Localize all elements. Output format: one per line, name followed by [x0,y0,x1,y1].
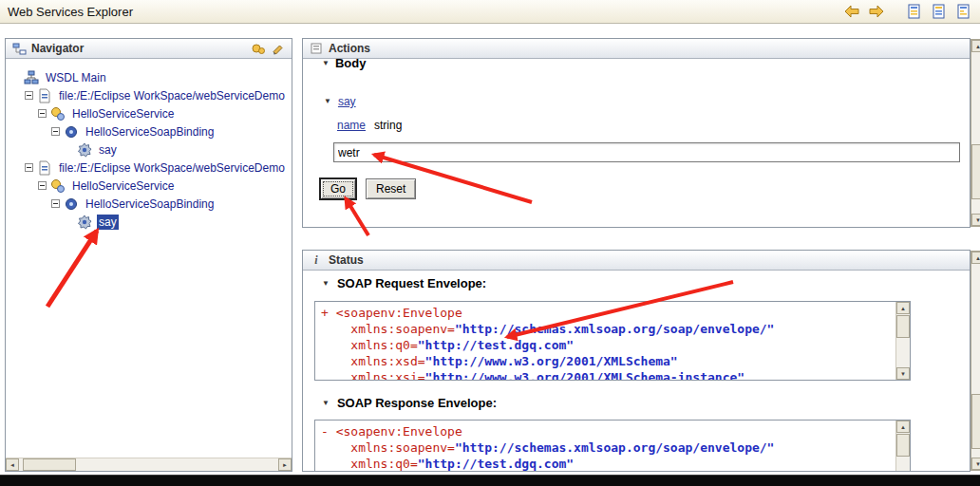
xml-line: xmlns:soapenv="http://schemas.xmlsoap.or… [321,439,895,456]
status-header: i Status [303,251,970,271]
collapse-toggle-icon[interactable] [25,91,33,100]
xml-line: + <soapenv:Envelope [321,305,895,321]
info-icon: i [309,253,324,267]
collapse-toggle-icon[interactable] [51,127,60,136]
status-title: Status [329,253,364,267]
tree-item-label: file:/E:/Eclipse WorkSpace/webServiceDem… [57,88,287,103]
tree-item[interactable]: say [6,213,292,231]
navigator-header: Navigator [6,39,292,59]
scroll-up-icon[interactable]: ▲ [971,40,980,52]
service-icon [50,106,66,122]
xml-line: xmlns:xsd="http://www.w3.org/2001/XMLSch… [321,353,895,369]
status-content: ▼ SOAP Request Envelope: + <soapenv:Enve… [303,271,970,471]
back-arrow-icon[interactable] [843,3,860,20]
body-section-row: ▼ Body [322,59,366,70]
collapse-triangle-icon[interactable]: ▼ [322,60,330,67]
wsil-page-icon[interactable] [955,3,972,20]
xml-line: xmlns:q0="http://test.dgq.com" [321,337,895,353]
launch-wizard-icon[interactable] [251,42,266,55]
collapse-triangle-icon[interactable]: ▼ [322,280,330,288]
scroll-right-icon[interactable]: ► [278,458,292,471]
operation-row: ▼ say [324,95,356,108]
scrollbar-track[interactable] [19,458,278,471]
navigator-title: Navigator [31,42,84,55]
xml-line: - <soapenv:Envelope [321,423,895,439]
collapse-toggle-icon[interactable] [38,181,47,190]
operation-link[interactable]: say [338,95,356,108]
scroll-down-icon[interactable]: ▼ [971,458,980,470]
binding-icon [64,124,79,140]
tree-item[interactable]: HelloServiceService [6,104,292,122]
wsdl-page-icon[interactable] [906,3,923,20]
scroll-left-icon[interactable]: ◄ [6,458,19,471]
uddi-page-icon[interactable] [931,3,948,20]
actions-header: Actions [303,39,970,59]
navigator-panel: Navigator WSDL Mainfile:/E:/Eclipse Work… [5,38,292,472]
param-row: name string [337,119,402,132]
scrollbar-thumb[interactable] [971,144,980,199]
tree-item-label: HelloServiceService [70,178,176,194]
tree-item[interactable]: say [6,140,292,159]
param-value-input[interactable] [333,142,960,162]
tree-item-label: HelloServiceService [70,106,176,122]
scrollbar-thumb[interactable] [896,315,910,338]
xml-line: xmlns:xsi="http://www.w3.org/2001/XMLSch… [321,369,895,380]
request-envelope-label: SOAP Request Envelope: [337,276,486,290]
collapse-toggle-icon[interactable] [25,163,33,172]
response-envelope-label: SOAP Response Envelope: [337,396,497,410]
tree-item-label: HelloServiceSoapBinding [84,124,216,140]
service-icon [50,178,66,194]
navigator-hscrollbar[interactable]: ◄ ► [6,458,292,471]
body-section-label: Body [335,59,367,70]
request-scrollbar[interactable]: ▲ ▼ [895,302,910,380]
tree-item[interactable]: HelloServiceSoapBinding [6,195,292,213]
tree-item-label: say [97,215,119,230]
collapse-toggle-icon[interactable] [38,109,47,118]
go-button[interactable]: Go [320,178,356,199]
param-type-label: string [374,119,402,132]
status-vscrollbar[interactable]: ▲ ▼ [971,251,980,471]
response-scrollbar[interactable]: ▲ ▼ [895,421,910,471]
scroll-down-icon[interactable]: ▼ [896,367,910,380]
scroll-down-icon[interactable]: ▼ [971,214,980,226]
scrollbar-thumb[interactable] [896,434,910,457]
wsdl-file-icon [37,160,52,176]
navigator-tree: WSDL Mainfile:/E:/Eclipse WorkSpace/webS… [6,59,292,458]
collapse-triangle-icon[interactable]: ▼ [324,98,331,105]
collapse-triangle-icon[interactable]: ▼ [322,400,330,407]
scroll-up-icon[interactable]: ▲ [971,252,980,264]
tree-item[interactable]: HelloServiceService [6,177,292,195]
tree-item[interactable]: file:/E:/Eclipse WorkSpace/webServiceDem… [6,86,292,104]
scroll-up-icon[interactable]: ▲ [896,421,910,433]
reset-button[interactable]: Reset [366,178,416,199]
xml-line: xmlns:q0="http://test.dgq.com" [321,456,895,471]
scrollbar-thumb[interactable] [23,458,76,471]
tree-item[interactable]: WSDL Main [6,68,292,86]
response-xml: - <soapenv:Envelope xmlns:soapenv="http:… [315,421,895,471]
param-name-link[interactable]: name [337,119,366,132]
request-label-row: ▼ SOAP Request Envelope: [322,276,486,290]
response-envelope-box: - <soapenv:Envelope xmlns:soapenv="http:… [314,420,911,471]
operation-icon [77,215,92,230]
operation-icon [77,142,92,158]
tree-item[interactable]: file:/E:/Eclipse WorkSpace/webServiceDem… [6,159,292,177]
wsdl-file-icon [37,88,52,103]
actions-vscrollbar[interactable]: ▲ ▼ [971,39,980,227]
navigator-icon [11,42,27,55]
tree-item[interactable]: HelloServiceSoapBinding [6,122,292,140]
title-bar: Web Services Explorer [0,0,980,24]
tree-item-label: file:/E:/Eclipse WorkSpace/webServiceDem… [57,160,287,176]
xml-line: xmlns:soapenv="http://schemas.xmlsoap.or… [321,321,895,337]
binding-icon [64,196,79,212]
toolbar [843,3,972,20]
clear-icon[interactable] [271,42,286,55]
actions-title: Actions [329,42,370,55]
actions-content: ▼ Body ▼ say name string Go Reset [303,59,970,227]
collapse-toggle-icon[interactable] [51,199,60,208]
wsdl-main-icon [24,70,39,85]
tree-item-label: HelloServiceSoapBinding [84,196,216,212]
scrollbar-thumb[interactable] [971,394,980,449]
scroll-up-icon[interactable]: ▲ [896,302,910,314]
forward-arrow-icon[interactable] [868,3,885,20]
response-label-row: ▼ SOAP Response Envelope: [322,396,497,410]
